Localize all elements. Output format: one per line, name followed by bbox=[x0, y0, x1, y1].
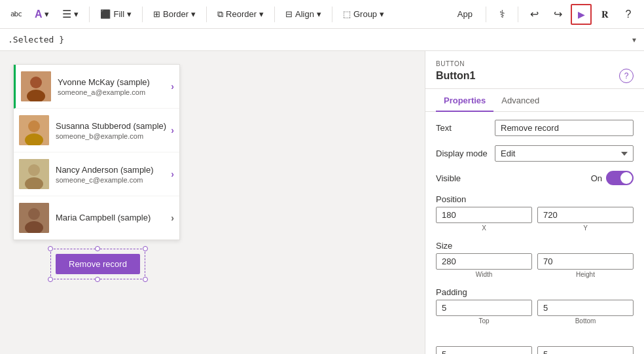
handle-tl[interactable] bbox=[48, 246, 53, 251]
text-prop-value bbox=[495, 120, 634, 136]
panel-tabs: Properties Advanced bbox=[425, 89, 644, 112]
diagnostic-btn[interactable]: ⚕ bbox=[492, 4, 512, 25]
border-tool[interactable]: ⊞ Border ▾ bbox=[148, 7, 201, 22]
redo-btn[interactable]: ↪ bbox=[547, 4, 568, 25]
play-icon: ▶ bbox=[578, 9, 585, 20]
avatar bbox=[19, 159, 49, 189]
tab-properties[interactable]: Properties bbox=[436, 89, 493, 112]
width-label: Width bbox=[436, 271, 532, 278]
text-input[interactable] bbox=[495, 120, 634, 136]
gallery-item-name: Susanna Stubberod (sample) bbox=[56, 121, 171, 131]
toolbar: abc A ▾ ☰ ▾ ⬛ Fill ▾ ⊞ Border ▾ ⧉ Reorde… bbox=[0, 0, 644, 29]
padding-label: Padding bbox=[436, 287, 634, 297]
svg-point-4 bbox=[28, 120, 40, 132]
align-tool[interactable]: ☰ ▾ bbox=[57, 5, 84, 23]
help-btn-top[interactable]: ? bbox=[618, 4, 639, 25]
border-icon: ⊞ bbox=[153, 9, 160, 19]
tab-advanced[interactable]: Advanced bbox=[493, 89, 547, 112]
size-height-input[interactable] bbox=[537, 253, 634, 270]
list-item[interactable]: Nancy Anderson (sample) someone_c@exampl… bbox=[14, 152, 179, 196]
panel-header: BUTTON Button1 ? bbox=[425, 51, 644, 89]
panel-help-btn[interactable]: ? bbox=[619, 69, 634, 83]
position-x-group: X bbox=[436, 207, 532, 232]
divider1 bbox=[89, 7, 90, 22]
panel-type-label: BUTTON bbox=[436, 60, 634, 67]
padding-bottom-group: Bottom bbox=[537, 300, 634, 325]
align-lines-icon: ☰ bbox=[62, 8, 71, 20]
remove-btn-container: Remove record bbox=[56, 254, 140, 274]
text-prop-label: Text bbox=[436, 123, 495, 133]
padding-bottom-label: Bottom bbox=[537, 317, 634, 325]
align-tool2[interactable]: ⊟ Align ▾ bbox=[280, 7, 327, 22]
divider7 bbox=[518, 7, 518, 22]
height-label: Height bbox=[537, 271, 634, 278]
align-icon2: ⊟ bbox=[285, 9, 293, 19]
padding-left-group: Left bbox=[436, 346, 532, 354]
size-inputs: Width Height bbox=[436, 253, 634, 278]
list-item[interactable]: Yvonne McKay (sample) someone_a@example.… bbox=[14, 65, 179, 109]
handle-bc[interactable] bbox=[95, 277, 100, 282]
padding-right-input[interactable] bbox=[537, 346, 634, 354]
padding-inputs-lr: Left Right bbox=[436, 346, 634, 354]
padding-right-group: Right bbox=[537, 346, 634, 354]
visible-toggle[interactable] bbox=[606, 171, 634, 185]
panel-title: Button1 bbox=[436, 70, 475, 82]
diagnostic-icon: ⚕ bbox=[499, 8, 505, 20]
abc-tool[interactable]: abc bbox=[5, 7, 27, 21]
reorder-tool[interactable]: ⧉ Reorder ▾ bbox=[212, 7, 269, 22]
svg-point-10 bbox=[28, 208, 40, 220]
gallery-item-chevron: › bbox=[171, 213, 174, 223]
padding-left-input[interactable] bbox=[436, 346, 532, 354]
chevron-down-icon4: ▾ bbox=[191, 9, 196, 19]
gallery-item-info: Maria Campbell (sample) bbox=[56, 213, 171, 224]
reorder-label: Reorder bbox=[226, 9, 257, 19]
svg-point-1 bbox=[30, 77, 42, 88]
border-label: Border bbox=[163, 9, 188, 19]
group-icon: ⬚ bbox=[343, 9, 351, 19]
text-prop-row: Text bbox=[436, 120, 634, 136]
font-tool[interactable]: A ▾ bbox=[29, 6, 55, 23]
play-btn[interactable]: ▶ bbox=[571, 4, 592, 25]
avatar bbox=[19, 115, 49, 145]
panel-title-row: Button1 ? bbox=[436, 69, 634, 83]
size-width-input[interactable] bbox=[436, 253, 532, 270]
list-item[interactable]: Susanna Stubberod (sample) someone_b@exa… bbox=[14, 109, 179, 152]
position-row: Position X Y bbox=[436, 194, 634, 232]
gallery-item-name: Nancy Anderson (sample) bbox=[56, 165, 171, 175]
gallery-item-chevron: › bbox=[171, 169, 174, 179]
padding-bottom-input[interactable] bbox=[537, 300, 634, 316]
position-x-input[interactable] bbox=[436, 207, 532, 223]
group-tool[interactable]: ⬚ Group ▾ bbox=[338, 7, 389, 22]
padding-row-tb: Padding Top Bottom bbox=[436, 287, 634, 325]
app-label: App bbox=[450, 9, 480, 19]
main-area: Yvonne McKay (sample) someone_a@example.… bbox=[0, 51, 644, 354]
align-label: Align bbox=[295, 9, 314, 19]
gallery-item-chevron: › bbox=[171, 81, 174, 92]
gallery-item-name: Maria Campbell (sample) bbox=[56, 213, 171, 222]
fill-icon: ⬛ bbox=[100, 9, 111, 19]
reorder-icon: ⧉ bbox=[217, 9, 223, 20]
chevron-down-icon7: ▾ bbox=[380, 9, 384, 19]
display-mode-select[interactable]: Edit bbox=[495, 145, 634, 162]
redo-icon: ↪ bbox=[554, 8, 562, 20]
chevron-down-icon5: ▾ bbox=[259, 9, 264, 19]
avatar bbox=[19, 203, 49, 233]
handle-br[interactable] bbox=[143, 277, 148, 282]
formula-dropdown-icon[interactable]: ▾ bbox=[632, 35, 636, 44]
formula-input[interactable] bbox=[8, 35, 632, 44]
size-height-group: Height bbox=[537, 253, 634, 278]
handle-tr[interactable] bbox=[143, 246, 148, 251]
remove-record-button[interactable]: Remove record bbox=[56, 254, 140, 274]
fill-label: Fill bbox=[113, 9, 124, 19]
chevron-down-icon6: ▾ bbox=[317, 9, 321, 19]
undo-btn[interactable]: ↩ bbox=[524, 4, 545, 25]
list-item[interactable]: Maria Campbell (sample) › bbox=[14, 196, 179, 239]
handle-tc[interactable] bbox=[95, 246, 100, 251]
divider2 bbox=[142, 7, 143, 22]
fill-tool[interactable]: ⬛ Fill ▾ bbox=[95, 7, 137, 22]
chevron-down-icon2: ▾ bbox=[74, 9, 79, 19]
user-btn[interactable]: 𝐑 bbox=[594, 4, 615, 25]
position-y-input[interactable] bbox=[537, 207, 634, 223]
handle-bl[interactable] bbox=[48, 277, 53, 282]
padding-top-input[interactable] bbox=[436, 300, 532, 316]
